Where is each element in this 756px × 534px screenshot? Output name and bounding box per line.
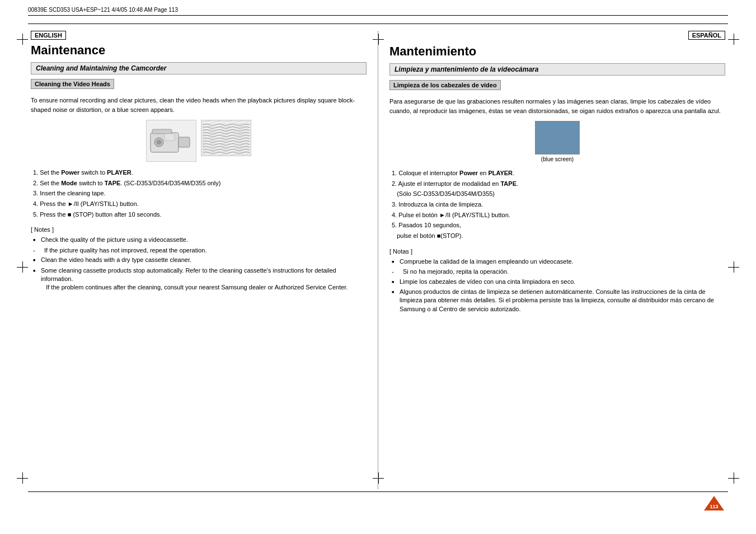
reg-mark-top-right [728, 34, 739, 45]
doc-info-bar: 00839E SCD353 USA+ESP~121 4/4/05 10:48 A… [28, 7, 728, 16]
english-column: ENGLISH Maintenance Cleaning and Maintai… [31, 31, 378, 489]
english-step-5: 5. Press the ■ (STOP) button after 10 se… [33, 209, 367, 220]
center-mark-left [17, 261, 28, 273]
spanish-note-1: Compruebe la calidad de la imagen emplea… [392, 257, 725, 266]
tape-pattern-image [201, 120, 251, 156]
spanish-sub-subsection: Limpieza de los cabezales de vídeo [389, 80, 501, 90]
spanish-step-2: 2. Ajuste el interruptor de modalidad en… [392, 179, 725, 199]
top-divider [28, 24, 728, 24]
spanish-notes-title: [ Notas ] [389, 248, 725, 255]
english-sub-subsection: Cleaning the Video Heads [31, 79, 114, 89]
english-notes-section: [ Notes ] Check the quality of the pictu… [31, 226, 367, 292]
page-number-badge: 113 [703, 495, 725, 512]
english-notes-list: Check the quality of the picture using a… [31, 236, 367, 292]
blue-screen-image [535, 121, 580, 154]
blue-screen-svg [536, 121, 579, 154]
spanish-notes-list: Compruebe la calidad de la imagen emplea… [389, 257, 725, 313]
english-step-3: 3. Insert the cleaning tape. [33, 188, 367, 199]
english-badge-label: ENGLISH [31, 31, 66, 40]
english-section-title: Maintenance [31, 43, 367, 58]
english-subsection-header: Cleaning and Maintaining the Camcorder [31, 62, 367, 74]
reg-mark-bottom-right [728, 472, 739, 484]
blue-screen-caption: (blue screen) [541, 156, 574, 162]
english-steps-list: 1. Set the Power switch to PLAYER. 2. Se… [31, 167, 367, 219]
spanish-step-5: 5. Pasados 10 segundos, pulse el botón ■… [392, 220, 725, 241]
doc-info-text: 00839E SCD353 USA+ESP~121 4/4/05 10:48 A… [28, 7, 178, 13]
english-step-1: 1. Set the Power switch to PLAYER. [33, 167, 367, 178]
camcorder-svg [148, 121, 195, 161]
spanish-image-area: (blue screen) [389, 121, 725, 162]
spanish-badge-label: ESPAÑOL [688, 31, 725, 40]
english-step-2: 2. Set the Mode switch to TAPE. (SC-D353… [33, 178, 367, 189]
spanish-note-2: Limpie los cabezales de vídeo con una ci… [392, 278, 725, 286]
svg-rect-10 [536, 121, 579, 154]
english-notes-title: [ Notes ] [31, 226, 367, 233]
main-content: ENGLISH Maintenance Cleaning and Maintai… [31, 31, 725, 489]
spanish-subsection-header: Limpieza y mantenimiento de la videocáma… [389, 63, 725, 76]
spanish-notes-section: [ Notas ] Compruebe la calidad de la ima… [389, 248, 725, 313]
english-note-3: Some cleaning cassette products stop aut… [33, 266, 367, 292]
svg-rect-4 [152, 129, 172, 134]
english-note-1-sub: If the picture quality has not improved,… [33, 246, 367, 255]
english-step-4: 4. Press the ►/II (PLAY/STILL) button. [33, 199, 367, 209]
tape-svg [201, 120, 251, 156]
spanish-step-3: 3. Introduzca la cinta de limpieza. [392, 199, 725, 210]
center-mark-right [728, 261, 739, 273]
svg-point-3 [157, 140, 161, 144]
spanish-body-text: Para asegurarse de que las grabaciones r… [389, 97, 725, 115]
page-container: 00839E SCD353 USA+ESP~121 4/4/05 10:48 A… [0, 0, 756, 534]
english-image-area [31, 120, 367, 162]
spanish-note-1-sub: Si no ha mejorado, repita la operación. [392, 268, 725, 276]
english-body-text: To ensure normal recording and clear pic… [31, 96, 367, 114]
english-note-1: Check the quality of the picture using a… [33, 236, 367, 244]
spanish-note-3: Algunos productos de cintas de limpieza … [392, 288, 725, 313]
english-note-2: Clean the video heads with a dry type ca… [33, 256, 367, 264]
reg-mark-bottom-left [17, 472, 28, 484]
spanish-steps-list: 1. Coloque el interruptor Power en PLAYE… [389, 168, 725, 241]
spanish-step-1: 1. Coloque el interruptor Power en PLAYE… [392, 168, 725, 179]
spanish-section-title: Mantenimiento [389, 44, 725, 59]
spanish-step-4: 4. Pulse el botón ►/II (PLAY/STILL) butt… [392, 210, 725, 221]
english-lang-badge: ENGLISH [31, 31, 367, 42]
svg-rect-1 [179, 137, 190, 147]
page-number-text: 113 [710, 504, 718, 509]
page-badge-svg: 113 [703, 495, 725, 512]
camcorder-image [146, 120, 196, 162]
spanish-column: ESPAÑOL Mantenimiento Limpieza y manteni… [378, 31, 725, 489]
reg-mark-top-left [17, 34, 28, 45]
bottom-divider [28, 491, 728, 492]
